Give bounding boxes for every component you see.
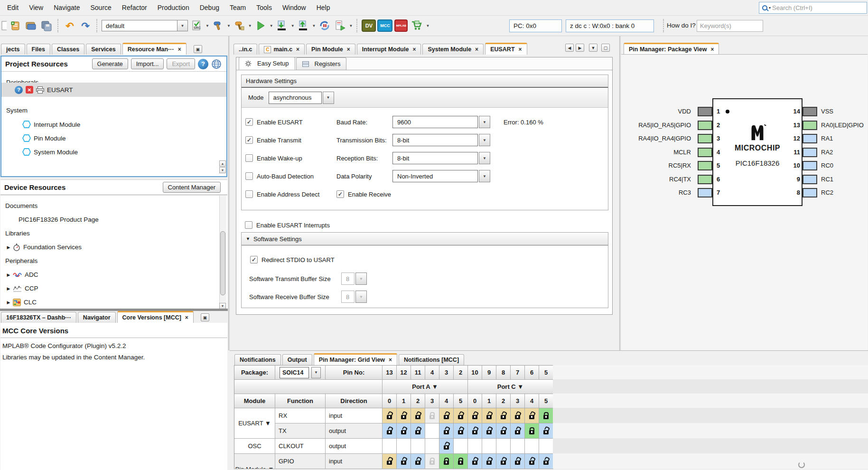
pin-grid-cell[interactable] bbox=[496, 454, 511, 469]
pin-pad-11[interactable] bbox=[803, 148, 817, 157]
menu-item-source[interactable]: Source bbox=[85, 1, 116, 14]
editor-tab-eusart[interactable]: EUSART× bbox=[485, 43, 527, 55]
print-icon[interactable] bbox=[36, 86, 44, 94]
chevron-down-icon[interactable]: ▼ bbox=[479, 116, 490, 128]
close-icon[interactable]: × bbox=[185, 314, 188, 321]
enable-wakeup-checkbox[interactable] bbox=[245, 154, 253, 162]
pin-grid-cell[interactable] bbox=[496, 408, 511, 423]
tab-files[interactable]: Files bbox=[27, 44, 51, 55]
pin-grid-cell[interactable] bbox=[468, 408, 482, 423]
show-documents-list-icon[interactable]: ▼ bbox=[589, 44, 597, 52]
tab-output[interactable]: Output bbox=[282, 354, 312, 365]
tab-classes[interactable]: Classes bbox=[52, 44, 84, 55]
configuration-select[interactable]: default ▼ bbox=[102, 20, 188, 31]
tree-item-pin-module[interactable]: Pin Module bbox=[1, 132, 226, 144]
pin-pad-8[interactable] bbox=[803, 188, 817, 197]
pin-grid-cell[interactable] bbox=[411, 454, 425, 469]
pin-grid-cell[interactable] bbox=[482, 408, 496, 423]
save-all-icon[interactable] bbox=[39, 18, 54, 33]
data-visualizer-icon[interactable]: DV bbox=[362, 19, 376, 32]
close-icon[interactable]: × bbox=[389, 357, 392, 363]
close-icon[interactable]: × bbox=[347, 46, 350, 53]
run-project-icon[interactable] bbox=[253, 18, 268, 33]
pin-grid-cell[interactable] bbox=[454, 423, 468, 439]
redirect-stdio-checkbox[interactable]: ✓ bbox=[250, 256, 258, 263]
pin-pad-13[interactable] bbox=[803, 121, 817, 130]
tab-resource-man[interactable]: Resource Man···× bbox=[122, 43, 187, 55]
maximize-window-icon[interactable]: ▢ bbox=[601, 44, 610, 52]
pin-pad-5[interactable] bbox=[698, 161, 712, 170]
pin-pad-3[interactable] bbox=[698, 134, 712, 143]
pin-pad-2[interactable] bbox=[698, 121, 712, 130]
module-cell-pin-module[interactable]: Pin Module ▼ bbox=[234, 454, 275, 469]
pin-pad-7[interactable] bbox=[698, 188, 712, 197]
pin-grid-cell[interactable] bbox=[511, 423, 525, 439]
pin-grid-cell[interactable] bbox=[383, 423, 397, 439]
collapse-icon[interactable]: ▼ bbox=[246, 236, 250, 241]
debug-resources-icon[interactable] bbox=[333, 18, 347, 33]
pin-grid-cell[interactable] bbox=[439, 454, 454, 469]
pin-grid-cell[interactable] bbox=[397, 423, 411, 439]
tab-jects[interactable]: jects bbox=[1, 44, 25, 55]
close-icon[interactable]: × bbox=[178, 46, 181, 53]
keyword-input[interactable]: Keyword(s) bbox=[697, 20, 763, 32]
pin-grid-cell[interactable] bbox=[439, 408, 454, 423]
chevron-down-icon[interactable]: ▾ bbox=[769, 6, 771, 10]
set-project-configuration-icon[interactable]: SRC bbox=[189, 18, 204, 33]
chevron-down-icon[interactable]: ▼ bbox=[479, 170, 490, 182]
mplab-discover-icon[interactable]: MPLAB bbox=[394, 19, 408, 32]
search-input[interactable]: ▾ Search (Ctrl+I) bbox=[759, 2, 867, 14]
module-cell-osc[interactable]: OSC bbox=[234, 439, 275, 454]
menu-item-refactor[interactable]: Refactor bbox=[117, 1, 152, 14]
mode-select[interactable]: asynchronous bbox=[269, 92, 322, 104]
chevron-down-icon[interactable]: ▼ bbox=[479, 134, 490, 146]
scroll-tabs-left-icon[interactable]: ◀ bbox=[565, 44, 574, 52]
baud-rate-select[interactable]: 9600 bbox=[392, 116, 478, 128]
embedded-store-icon[interactable] bbox=[410, 18, 424, 33]
tree-item-system-module[interactable]: System Module bbox=[1, 146, 226, 158]
pin-grid-cell[interactable] bbox=[411, 408, 425, 423]
help-icon[interactable]: ? bbox=[198, 59, 208, 69]
tree-item-ccp[interactable]: ▶CCP bbox=[0, 282, 227, 294]
editor-tab-interrupt-module[interactable]: Interrupt Module× bbox=[357, 44, 421, 55]
menu-item-help[interactable]: Help bbox=[311, 1, 336, 14]
enable-eusart-checkbox[interactable]: ✓ bbox=[245, 118, 253, 126]
pin-grid-cell[interactable] bbox=[496, 423, 511, 439]
module-cell-eusart[interactable]: EUSART ▼ bbox=[234, 408, 275, 439]
scroll-down-icon[interactable]: ▼ bbox=[219, 167, 226, 173]
menu-item-team[interactable]: Team bbox=[224, 1, 251, 14]
build-project-icon[interactable] bbox=[211, 18, 225, 33]
new-file-icon[interactable] bbox=[0, 18, 7, 33]
make-and-program-device-icon[interactable] bbox=[275, 18, 289, 33]
editor-tab-pin-module[interactable]: Pin Module× bbox=[306, 44, 355, 55]
pin-pad-10[interactable] bbox=[803, 161, 817, 170]
chevron-down-icon[interactable]: ▼ bbox=[248, 24, 252, 28]
pin-grid-cell[interactable] bbox=[539, 423, 553, 439]
pin-pad-12[interactable] bbox=[803, 134, 817, 143]
tree-item-foundation-services[interactable]: ▶Foundation Services bbox=[0, 241, 227, 253]
close-icon[interactable]: × bbox=[475, 46, 478, 53]
pin-grid-cell[interactable] bbox=[397, 408, 411, 423]
pin-grid-cell[interactable] bbox=[425, 454, 439, 469]
pin-grid-cell[interactable] bbox=[482, 423, 496, 439]
pin-grid-cell[interactable] bbox=[397, 454, 411, 469]
pin-grid-cell[interactable] bbox=[539, 408, 553, 423]
chevron-down-icon[interactable]: ▼ bbox=[312, 24, 316, 28]
pin-pad-14[interactable] bbox=[803, 107, 817, 116]
tab-pin-manager-package-view[interactable]: Pin Manager: Package View × bbox=[624, 43, 719, 55]
scrollbar-thumb[interactable] bbox=[220, 231, 225, 295]
tab-registers[interactable]: Registers bbox=[296, 57, 347, 70]
close-icon[interactable]: × bbox=[296, 46, 299, 53]
open-project-icon[interactable] bbox=[24, 18, 38, 33]
expander-icon[interactable]: ▶ bbox=[6, 300, 11, 305]
pin-grid-cell[interactable] bbox=[439, 439, 454, 454]
pin-grid-cell[interactable] bbox=[411, 423, 425, 439]
pin-grid-cell[interactable] bbox=[454, 454, 468, 469]
read-device-memory-icon[interactable] bbox=[296, 18, 310, 33]
enable-transmit-checkbox[interactable]: ✓ bbox=[245, 136, 253, 144]
pin-grid-cell[interactable] bbox=[511, 408, 525, 423]
pin-grid-cell[interactable] bbox=[468, 454, 482, 469]
menu-item-debug[interactable]: Debug bbox=[195, 1, 224, 14]
expander-icon[interactable]: ▶ bbox=[6, 286, 11, 291]
menu-item-production[interactable]: Production bbox=[152, 1, 195, 14]
